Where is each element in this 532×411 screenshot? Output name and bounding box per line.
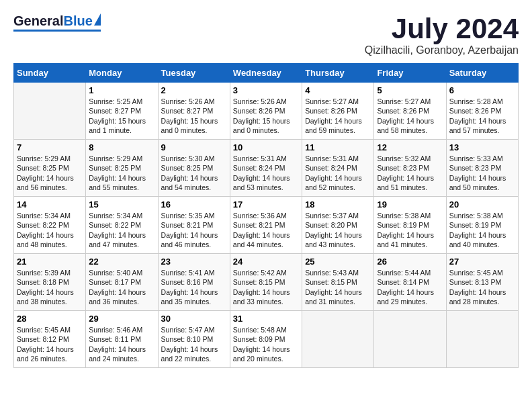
day-number: 18 bbox=[305, 199, 371, 210]
calendar-cell bbox=[14, 83, 86, 140]
calendar-cell: 6Sunrise: 5:28 AM Sunset: 8:26 PM Daylig… bbox=[446, 83, 518, 140]
day-number: 27 bbox=[449, 257, 515, 267]
day-info: Sunrise: 5:29 AM Sunset: 8:25 PM Dayligh… bbox=[17, 154, 83, 192]
day-number: 20 bbox=[449, 199, 515, 210]
header-sunday: Sunday bbox=[14, 64, 86, 83]
day-number: 19 bbox=[377, 199, 443, 210]
day-info: Sunrise: 5:46 AM Sunset: 8:11 PM Dayligh… bbox=[89, 325, 154, 363]
calendar-cell bbox=[374, 311, 446, 368]
logo: GeneralBlue bbox=[13, 13, 101, 32]
logo-triangle-icon bbox=[94, 13, 101, 26]
calendar-cell: 15Sunrise: 5:34 AM Sunset: 8:22 PM Dayli… bbox=[86, 197, 158, 254]
day-info: Sunrise: 5:34 AM Sunset: 8:22 PM Dayligh… bbox=[89, 211, 154, 249]
day-info: Sunrise: 5:27 AM Sunset: 8:26 PM Dayligh… bbox=[305, 97, 371, 135]
day-number: 23 bbox=[161, 257, 227, 267]
calendar-cell: 9Sunrise: 5:30 AM Sunset: 8:25 PM Daylig… bbox=[158, 140, 230, 197]
day-info: Sunrise: 5:44 AM Sunset: 8:14 PM Dayligh… bbox=[377, 268, 443, 306]
calendar-week-row: 14Sunrise: 5:34 AM Sunset: 8:22 PM Dayli… bbox=[14, 197, 519, 254]
calendar-cell: 2Sunrise: 5:26 AM Sunset: 8:27 PM Daylig… bbox=[158, 83, 230, 140]
day-info: Sunrise: 5:35 AM Sunset: 8:21 PM Dayligh… bbox=[161, 211, 227, 249]
calendar-cell: 22Sunrise: 5:40 AM Sunset: 8:17 PM Dayli… bbox=[86, 254, 158, 311]
day-number: 9 bbox=[161, 142, 227, 152]
calendar-cell: 25Sunrise: 5:43 AM Sunset: 8:15 PM Dayli… bbox=[302, 254, 374, 311]
logo-general-text: General bbox=[13, 13, 63, 29]
location-text: Qizilhacili, Goranboy, Azerbaijan bbox=[365, 44, 519, 56]
day-info: Sunrise: 5:31 AM Sunset: 8:24 PM Dayligh… bbox=[233, 154, 299, 192]
day-info: Sunrise: 5:42 AM Sunset: 8:15 PM Dayligh… bbox=[233, 268, 299, 306]
calendar-week-row: 7Sunrise: 5:29 AM Sunset: 8:25 PM Daylig… bbox=[14, 140, 519, 197]
calendar-cell: 5Sunrise: 5:27 AM Sunset: 8:26 PM Daylig… bbox=[374, 83, 446, 140]
calendar-cell: 4Sunrise: 5:27 AM Sunset: 8:26 PM Daylig… bbox=[302, 83, 374, 140]
day-info: Sunrise: 5:27 AM Sunset: 8:26 PM Dayligh… bbox=[377, 97, 443, 135]
day-info: Sunrise: 5:32 AM Sunset: 8:23 PM Dayligh… bbox=[377, 154, 443, 192]
calendar-cell: 17Sunrise: 5:36 AM Sunset: 8:21 PM Dayli… bbox=[230, 197, 302, 254]
page-header: GeneralBlue July 2024 Qizilhacili, Goran… bbox=[13, 13, 519, 56]
calendar-cell: 29Sunrise: 5:46 AM Sunset: 8:11 PM Dayli… bbox=[86, 311, 158, 368]
calendar-cell: 10Sunrise: 5:31 AM Sunset: 8:24 PM Dayli… bbox=[230, 140, 302, 197]
day-number: 11 bbox=[305, 142, 371, 152]
day-info: Sunrise: 5:26 AM Sunset: 8:26 PM Dayligh… bbox=[233, 97, 299, 135]
calendar-cell: 3Sunrise: 5:26 AM Sunset: 8:26 PM Daylig… bbox=[230, 83, 302, 140]
month-title: July 2024 bbox=[365, 13, 519, 44]
day-number: 13 bbox=[449, 142, 515, 152]
calendar-cell: 7Sunrise: 5:29 AM Sunset: 8:25 PM Daylig… bbox=[14, 140, 86, 197]
day-number: 31 bbox=[233, 314, 299, 324]
calendar-cell: 27Sunrise: 5:45 AM Sunset: 8:13 PM Dayli… bbox=[446, 254, 518, 311]
day-info: Sunrise: 5:36 AM Sunset: 8:21 PM Dayligh… bbox=[233, 211, 299, 249]
day-number: 28 bbox=[17, 314, 83, 324]
day-info: Sunrise: 5:31 AM Sunset: 8:24 PM Dayligh… bbox=[305, 154, 371, 192]
calendar-cell: 28Sunrise: 5:45 AM Sunset: 8:12 PM Dayli… bbox=[14, 311, 86, 368]
calendar-cell: 19Sunrise: 5:38 AM Sunset: 8:19 PM Dayli… bbox=[374, 197, 446, 254]
header-wednesday: Wednesday bbox=[230, 64, 302, 83]
day-number: 8 bbox=[89, 142, 154, 152]
day-info: Sunrise: 5:41 AM Sunset: 8:16 PM Dayligh… bbox=[161, 268, 227, 306]
calendar-cell: 24Sunrise: 5:42 AM Sunset: 8:15 PM Dayli… bbox=[230, 254, 302, 311]
calendar-cell: 20Sunrise: 5:38 AM Sunset: 8:19 PM Dayli… bbox=[446, 197, 518, 254]
calendar-cell: 14Sunrise: 5:34 AM Sunset: 8:22 PM Dayli… bbox=[14, 197, 86, 254]
logo-block: GeneralBlue bbox=[13, 13, 101, 32]
calendar-cell: 16Sunrise: 5:35 AM Sunset: 8:21 PM Dayli… bbox=[158, 197, 230, 254]
calendar-table: SundayMondayTuesdayWednesdayThursdayFrid… bbox=[13, 63, 519, 368]
day-info: Sunrise: 5:38 AM Sunset: 8:19 PM Dayligh… bbox=[449, 211, 515, 249]
day-info: Sunrise: 5:45 AM Sunset: 8:12 PM Dayligh… bbox=[17, 325, 83, 363]
day-number: 16 bbox=[161, 199, 227, 210]
day-info: Sunrise: 5:26 AM Sunset: 8:27 PM Dayligh… bbox=[161, 97, 227, 135]
calendar-cell bbox=[446, 311, 518, 368]
day-info: Sunrise: 5:40 AM Sunset: 8:17 PM Dayligh… bbox=[89, 268, 154, 306]
header-tuesday: Tuesday bbox=[158, 64, 230, 83]
calendar-week-row: 21Sunrise: 5:39 AM Sunset: 8:18 PM Dayli… bbox=[14, 254, 519, 311]
calendar-cell: 8Sunrise: 5:29 AM Sunset: 8:25 PM Daylig… bbox=[86, 140, 158, 197]
day-info: Sunrise: 5:25 AM Sunset: 8:27 PM Dayligh… bbox=[89, 97, 154, 135]
day-info: Sunrise: 5:45 AM Sunset: 8:13 PM Dayligh… bbox=[449, 268, 515, 306]
day-number: 1 bbox=[89, 85, 154, 95]
day-number: 21 bbox=[17, 257, 83, 267]
calendar-cell: 11Sunrise: 5:31 AM Sunset: 8:24 PM Dayli… bbox=[302, 140, 374, 197]
day-number: 14 bbox=[17, 199, 83, 210]
calendar-cell: 23Sunrise: 5:41 AM Sunset: 8:16 PM Dayli… bbox=[158, 254, 230, 311]
day-number: 7 bbox=[17, 142, 83, 152]
logo-blue-text: Blue bbox=[63, 13, 92, 29]
calendar-header-row: SundayMondayTuesdayWednesdayThursdayFrid… bbox=[14, 64, 519, 83]
calendar-cell: 30Sunrise: 5:47 AM Sunset: 8:10 PM Dayli… bbox=[158, 311, 230, 368]
calendar-cell: 18Sunrise: 5:37 AM Sunset: 8:20 PM Dayli… bbox=[302, 197, 374, 254]
day-info: Sunrise: 5:33 AM Sunset: 8:23 PM Dayligh… bbox=[449, 154, 515, 192]
calendar-cell: 13Sunrise: 5:33 AM Sunset: 8:23 PM Dayli… bbox=[446, 140, 518, 197]
day-number: 15 bbox=[89, 199, 154, 210]
calendar-cell: 21Sunrise: 5:39 AM Sunset: 8:18 PM Dayli… bbox=[14, 254, 86, 311]
day-number: 17 bbox=[233, 199, 299, 210]
calendar-cell: 1Sunrise: 5:25 AM Sunset: 8:27 PM Daylig… bbox=[86, 83, 158, 140]
day-info: Sunrise: 5:38 AM Sunset: 8:19 PM Dayligh… bbox=[377, 211, 443, 249]
day-info: Sunrise: 5:37 AM Sunset: 8:20 PM Dayligh… bbox=[305, 211, 371, 249]
calendar-cell: 26Sunrise: 5:44 AM Sunset: 8:14 PM Dayli… bbox=[374, 254, 446, 311]
header-monday: Monday bbox=[86, 64, 158, 83]
day-info: Sunrise: 5:47 AM Sunset: 8:10 PM Dayligh… bbox=[161, 325, 227, 363]
title-block: July 2024 Qizilhacili, Goranboy, Azerbai… bbox=[365, 13, 519, 56]
day-info: Sunrise: 5:29 AM Sunset: 8:25 PM Dayligh… bbox=[89, 154, 154, 192]
day-number: 6 bbox=[449, 85, 515, 95]
day-number: 30 bbox=[161, 314, 227, 324]
day-info: Sunrise: 5:28 AM Sunset: 8:26 PM Dayligh… bbox=[449, 97, 515, 135]
day-number: 5 bbox=[377, 85, 443, 95]
day-number: 4 bbox=[305, 85, 371, 95]
header-saturday: Saturday bbox=[446, 64, 518, 83]
day-number: 12 bbox=[377, 142, 443, 152]
